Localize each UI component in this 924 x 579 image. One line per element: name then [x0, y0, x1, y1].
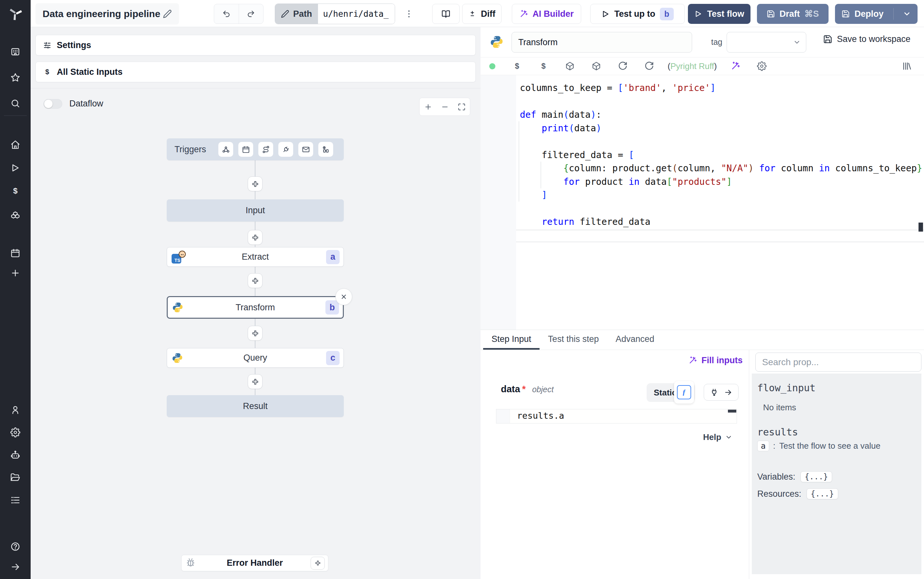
- resource-picker-button[interactable]: $: [539, 61, 548, 71]
- calendar-icon[interactable]: [238, 142, 253, 157]
- library-button[interactable]: [902, 61, 912, 71]
- boxes-icon[interactable]: [7, 206, 24, 222]
- diff-button[interactable]: Diff: [462, 4, 501, 24]
- user-icon[interactable]: [7, 401, 24, 418]
- step-node-query[interactable]: Query c: [167, 348, 344, 368]
- webhook-icon[interactable]: [218, 142, 233, 157]
- plus-icon[interactable]: [7, 265, 24, 281]
- plug-icon[interactable]: [278, 142, 293, 157]
- add-error-handler-button[interactable]: [310, 557, 325, 570]
- ai-assist-button[interactable]: [730, 61, 740, 71]
- tab-test-this-step[interactable]: Test this step: [540, 330, 607, 350]
- code-editor[interactable]: columns_to_keep = ['brand', 'price'] def…: [480, 75, 924, 330]
- add-step-button[interactable]: [248, 273, 263, 288]
- search-prop-input[interactable]: [755, 353, 921, 371]
- result-hint: Test the flow to see a value: [779, 441, 880, 451]
- route-icon[interactable]: [258, 142, 273, 157]
- variable-picker-button[interactable]: $: [512, 61, 522, 71]
- step-node-extract[interactable]: TS Extract a: [167, 247, 344, 267]
- redo-button[interactable]: [239, 4, 263, 23]
- tab-step-input[interactable]: Step Input: [483, 330, 540, 350]
- list-icon[interactable]: [7, 492, 24, 509]
- windmill-logo-icon[interactable]: [0, 4, 31, 23]
- add-step-button[interactable]: [248, 230, 263, 245]
- expression-scrollbar[interactable]: [728, 410, 736, 412]
- result-entry[interactable]: a : Test the flow to see a value: [757, 441, 880, 451]
- result-node[interactable]: Result: [167, 395, 344, 417]
- editor-settings-button[interactable]: [757, 61, 767, 71]
- edit-title-icon[interactable]: [163, 9, 172, 18]
- bot-icon[interactable]: [7, 447, 24, 463]
- dataflow-label: Dataflow: [69, 99, 103, 109]
- code-line: ]: [520, 188, 917, 202]
- delete-step-button[interactable]: [335, 288, 352, 305]
- triggers-node[interactable]: Triggers: [167, 138, 344, 160]
- flow-title: Data engineering pipeline: [36, 3, 179, 25]
- docs-button[interactable]: [432, 4, 460, 24]
- chevron-down-icon[interactable]: [903, 10, 911, 18]
- folder-icon[interactable]: [7, 469, 24, 486]
- test-flow-button[interactable]: Test flow: [688, 4, 751, 24]
- variables-chip[interactable]: {...}: [800, 471, 832, 482]
- add-step-button[interactable]: [248, 374, 263, 389]
- test-up-to-button[interactable]: Test up to b: [590, 4, 685, 24]
- error-handler-node[interactable]: Error Handler: [181, 555, 328, 571]
- poll-icon[interactable]: [318, 142, 333, 157]
- dollar-icon[interactable]: $: [7, 183, 24, 200]
- expression-mode-toggle[interactable]: ƒ: [674, 381, 694, 404]
- code-line: def main(data):: [520, 108, 917, 122]
- play-icon[interactable]: [7, 159, 24, 176]
- play-icon: [601, 10, 610, 18]
- package-button[interactable]: [565, 61, 575, 71]
- step-id-badge: a: [326, 250, 340, 264]
- tab-advanced[interactable]: Advanced: [607, 330, 663, 350]
- package-button[interactable]: [591, 61, 601, 71]
- reload-button[interactable]: [644, 61, 654, 71]
- save-icon: [767, 10, 775, 18]
- context-props-panel: flow_input No items results a : Test the…: [752, 373, 921, 574]
- more-menu-button[interactable]: [401, 4, 417, 24]
- path-edit-button[interactable]: Path: [275, 4, 318, 24]
- home-icon[interactable]: [7, 136, 24, 153]
- add-step-button[interactable]: [248, 326, 263, 341]
- mail-icon[interactable]: [298, 142, 313, 157]
- results-section[interactable]: results: [757, 427, 798, 438]
- search-icon[interactable]: [7, 95, 24, 111]
- zoom-out-button[interactable]: [441, 103, 449, 111]
- step-node-transform-selected[interactable]: Transform b: [167, 296, 344, 319]
- fill-inputs-button[interactable]: Fill inputs: [688, 355, 743, 365]
- expression-editor[interactable]: results.a: [496, 409, 737, 424]
- help-toggle[interactable]: Help: [703, 432, 733, 442]
- arrow-right-icon[interactable]: [724, 388, 732, 396]
- arrow-right-icon[interactable]: [7, 558, 24, 575]
- top-bar: Data engineering pipeline Path Diff AI B…: [31, 0, 924, 27]
- path-input[interactable]: [318, 4, 395, 24]
- flow-settings-button[interactable]: Settings: [36, 35, 476, 56]
- step-name-input[interactable]: [511, 32, 692, 52]
- ai-builder-button[interactable]: AI Builder: [512, 4, 581, 24]
- store-icon[interactable]: [7, 43, 24, 60]
- svg-text:ƒ: ƒ: [682, 388, 686, 396]
- input-node[interactable]: Input: [167, 200, 344, 222]
- flow-input-section[interactable]: flow_input: [757, 382, 816, 394]
- zoom-in-button[interactable]: [424, 103, 432, 111]
- gear-icon[interactable]: [7, 424, 24, 441]
- code-line: for product in data["products"]: [520, 175, 917, 189]
- all-static-inputs-button[interactable]: $ All Static Inputs: [36, 62, 476, 82]
- save-draft-button[interactable]: Draft ⌘S: [757, 4, 829, 24]
- fit-view-button[interactable]: [458, 103, 466, 111]
- undo-button[interactable]: [214, 4, 239, 23]
- deploy-button[interactable]: Deploy: [835, 4, 917, 24]
- tag-select[interactable]: [726, 32, 806, 52]
- save-to-workspace-button[interactable]: Save to workspace: [823, 34, 911, 44]
- add-step-button[interactable]: [248, 177, 263, 191]
- help-icon[interactable]: [7, 538, 24, 555]
- plug-icon[interactable]: [710, 388, 718, 396]
- dataflow-toggle[interactable]: [44, 99, 62, 109]
- calendar-icon[interactable]: [7, 244, 24, 261]
- editor-scrollbar[interactable]: [919, 222, 923, 232]
- resources-chip[interactable]: {...}: [806, 488, 838, 499]
- result-key-chip[interactable]: a: [757, 441, 769, 451]
- star-icon[interactable]: [7, 69, 24, 86]
- reload-button[interactable]: [618, 61, 628, 71]
